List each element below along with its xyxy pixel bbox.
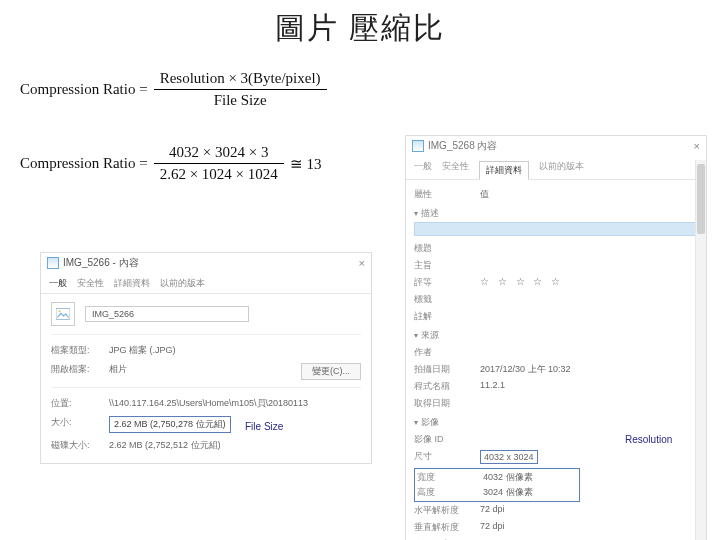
width-label: 寬度 <box>417 471 483 484</box>
formula-numeric: Compression Ratio = 4032 × 3024 × 3 2.62… <box>20 144 327 183</box>
width-value: 4032 個像素 <box>483 471 533 484</box>
col-property: 屬性 <box>414 188 480 201</box>
hres-value: 72 dpi <box>480 504 505 517</box>
formula2-numerator: 4032 × 3024 × 3 <box>154 144 284 164</box>
date-taken-label: 拍攝日期 <box>414 363 480 376</box>
title-label: 標題 <box>414 242 480 255</box>
close-icon[interactable]: × <box>359 257 365 269</box>
rating-stars[interactable]: ☆ ☆ ☆ ☆ ☆ <box>480 276 563 289</box>
right-dialog-title: IMG_5268 內容 <box>428 139 497 153</box>
formula1-label: Compression Ratio = <box>20 81 148 98</box>
tab-details[interactable]: 詳細資料 <box>479 161 529 180</box>
close-icon[interactable]: × <box>694 140 700 152</box>
formula-generic: Compression Ratio = Resolution × 3(Byte/… <box>20 70 327 109</box>
filetype-label: 檔案類型: <box>51 344 109 357</box>
size-value: 2.62 MB (2,750,278 位元組) <box>109 416 231 433</box>
image-file-icon <box>412 140 424 152</box>
description-highlight <box>414 222 698 236</box>
properties-dialog-left: IMG_5266 - 內容 × 一般 安全性 詳細資料 以前的版本 IMG_52… <box>40 252 372 464</box>
program-label: 程式名稱 <box>414 380 480 393</box>
openwith-value: 相片 <box>109 363 127 380</box>
slide-title: 圖片 壓縮比 <box>0 8 720 49</box>
tab-previous[interactable]: 以前的版本 <box>160 277 205 293</box>
rating-label: 評等 <box>414 276 480 289</box>
callout-filesize: File Size <box>245 421 283 432</box>
right-titlebar: IMG_5268 內容 × <box>406 136 706 156</box>
col-value: 值 <box>480 188 489 201</box>
formula1-numerator: Resolution × 3(Byte/pixel) <box>154 70 327 90</box>
change-button[interactable]: 變更(C)... <box>301 363 361 380</box>
tags-label: 標籤 <box>414 293 480 306</box>
tab-general[interactable]: 一般 <box>49 277 67 293</box>
subject-label: 主旨 <box>414 259 480 272</box>
disksize-label: 磁碟大小: <box>51 439 109 452</box>
author-label: 作者 <box>414 346 480 359</box>
height-label: 高度 <box>417 486 483 499</box>
formula-block: Compression Ratio = Resolution × 3(Byte/… <box>20 70 327 218</box>
left-titlebar: IMG_5266 - 內容 × <box>41 253 371 273</box>
date-taken-value: 2017/12/30 上午 10:32 <box>480 363 571 376</box>
formula2-label: Compression Ratio = <box>20 155 148 172</box>
tab-details[interactable]: 詳細資料 <box>114 277 150 293</box>
properties-dialog-right: IMG_5268 內容 × 一般 安全性 詳細資料 以前的版本 屬性 值 ▾描述… <box>405 135 707 540</box>
location-label: 位置: <box>51 397 109 410</box>
left-dialog-title: IMG_5266 - 內容 <box>63 256 139 270</box>
section-origin: ▾來源 <box>414 329 698 342</box>
disksize-value: 2.62 MB (2,752,512 位元組) <box>109 439 221 452</box>
openwith-label: 開啟檔案: <box>51 363 109 380</box>
left-tabs: 一般 安全性 詳細資料 以前的版本 <box>41 273 371 294</box>
section-description: ▾描述 <box>414 207 698 220</box>
program-value: 11.2.1 <box>480 380 505 393</box>
tab-security[interactable]: 安全性 <box>77 277 104 293</box>
resolution-highlight-group: 寬度 4032 個像素 高度 3024 個像素 <box>414 468 580 502</box>
location-value: \\140.117.164.25\Users\Home\m105\員\20180… <box>109 397 308 410</box>
tab-security[interactable]: 安全性 <box>442 160 469 179</box>
picture-icon <box>51 302 75 326</box>
svg-point-1 <box>58 310 60 312</box>
section-image: ▾影像 <box>414 416 698 429</box>
size-label: 大小: <box>51 416 109 433</box>
height-value: 3024 個像素 <box>483 486 533 499</box>
svg-rect-0 <box>56 308 70 319</box>
vres-label: 垂直解析度 <box>414 521 480 534</box>
image-file-icon <box>47 257 59 269</box>
right-tabs: 一般 安全性 詳細資料 以前的版本 <box>406 156 706 180</box>
formula2-result: ≅ 13 <box>290 155 322 173</box>
formula1-denominator: File Size <box>154 90 327 109</box>
scrollbar[interactable] <box>695 160 706 540</box>
comment-label: 註解 <box>414 310 480 323</box>
dimensions-label: 尺寸 <box>414 450 480 464</box>
image-id-label: 影像 ID <box>414 433 480 446</box>
formula2-denominator: 2.62 × 1024 × 1024 <box>154 164 284 183</box>
tab-general[interactable]: 一般 <box>414 160 432 179</box>
hres-label: 水平解析度 <box>414 504 480 517</box>
acquired-label: 取得日期 <box>414 397 480 410</box>
tab-previous[interactable]: 以前的版本 <box>539 160 584 179</box>
dimensions-value: 4032 x 3024 <box>480 450 538 464</box>
filetype-value: JPG 檔案 (.JPG) <box>109 344 176 357</box>
filename-input[interactable]: IMG_5266 <box>85 306 249 322</box>
vres-value: 72 dpi <box>480 521 505 534</box>
callout-resolution: Resolution <box>625 434 672 445</box>
